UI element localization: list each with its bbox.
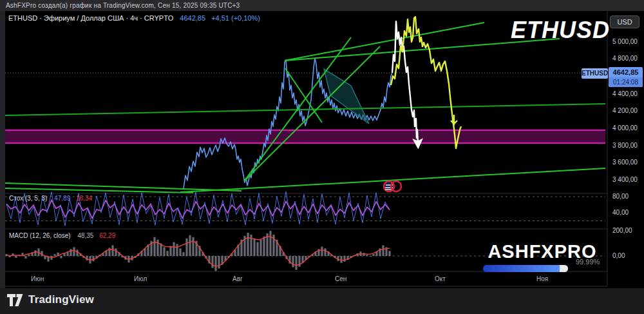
macd-bar [185,239,187,256]
green-trendline-4[interactable] [285,23,484,61]
macd-bar [153,237,155,256]
green-trendline-8[interactable] [285,68,322,123]
tradingview-logo-text: TradingView [28,293,94,306]
macd-value-1: 48,35 [77,232,93,239]
tradingview-logo[interactable]: TradingView [7,293,94,306]
price-tick: 3 400,00 [612,176,638,183]
month-label: Июн [31,275,44,282]
macd-bar [179,248,181,256]
supply-zone-band[interactable] [5,130,605,143]
month-label: Окт [435,275,446,282]
macd-signal-line [6,237,390,266]
macd-bar [73,247,75,256]
macd-bar [256,242,258,256]
price-tick: 4 400,00 [612,90,638,97]
stochastic-k-value: 47,89 [54,195,70,202]
macd-bar [366,255,368,256]
macd-bar [176,244,178,256]
white-projection-path[interactable] [392,21,418,144]
price-tick: 80,00 [612,193,629,200]
macd-bar [324,248,326,256]
month-label: Ноя [536,275,548,282]
macd-bar [76,250,78,256]
current-price-value: 4642,85 [609,67,643,77]
macd-bar [108,248,110,256]
macd-bar [382,245,384,256]
bar-countdown: 01:24:08 [609,77,643,87]
macd-bar [269,231,271,256]
yellow-projection-path[interactable] [391,17,461,148]
macd-bar [214,256,216,271]
macd-value-2: 62,29 [99,232,115,239]
macd-bar [263,237,265,256]
macd-bar [53,254,55,256]
ashfxpro-branding: ASHFXPRO 99.99% [478,241,607,272]
symbol-legend[interactable]: ETHUSD · Эфириум / Доллар США · 4ч · CRY… [8,14,260,22]
stochastic-legend[interactable]: Стох (3, 5, 3) 47,89 16,34 [9,195,92,202]
stochastic-title: Стох [9,195,23,202]
macd-bar [111,245,113,256]
macd-legend[interactable]: MACD (12, 26, close) 48,35 62,29 [9,232,115,239]
macd-params: (12, 26, close) [30,232,70,239]
macd-bar [189,235,191,256]
month-label: Сен [335,275,346,282]
macd-bar [343,256,345,262]
macd-bar [388,251,390,256]
currency-button[interactable]: USD [610,15,639,28]
branding-percent: 99.99% [576,258,600,266]
macd-bar [218,256,220,269]
stochastic-params: (3, 5, 3) [25,195,47,202]
price-tick: 5 000,00 [612,38,638,45]
price-tick: 3 800,00 [612,142,638,149]
macd-bar [253,239,255,256]
green-trendline-0[interactable] [5,104,605,115]
price-change: +4,51 (+0,10%) [211,14,260,22]
macd-bar [182,252,184,256]
left-edge-strip [0,11,5,288]
macd-bar [372,254,374,256]
price-tick: 0,00 [612,252,625,259]
price-tick: 4 200,00 [612,107,638,114]
macd-bar [247,233,249,256]
macd-bar [15,256,17,258]
macd-bar [70,249,71,256]
macd-bar [173,242,175,256]
price-tick: 4 000,00 [612,124,638,132]
last-price: 4642,85 [180,14,205,22]
price-tick: 3 600,00 [612,159,638,166]
share-title-bar: AshFXPro создал(а) график на TradingView… [0,0,644,11]
tradingview-screenshot: AshFXPro создал(а) график на TradingView… [0,0,644,314]
share-title-text: AshFXPro создал(а) график на TradingView… [6,2,240,9]
macd-bar [292,256,294,268]
price-tick: 40,00 [612,209,629,216]
macd-title: MACD [9,232,28,239]
footer-bar: TradingView [0,288,644,314]
macd-bar [163,247,165,256]
macd-bar [24,256,26,259]
macd-bar [192,237,194,256]
stoch-d-line [6,200,390,218]
branding-progress-tip [560,265,568,272]
price-tick: 200,00 [612,227,632,234]
price-label-symbol-chip: ETHUSD [582,68,608,79]
month-label: Июл [134,275,147,282]
price-tick: 4 800,00 [612,55,638,62]
macd-bar [211,256,213,268]
macd-bar [28,255,30,256]
month-label: Авг [232,275,243,282]
macd-bar [169,246,171,256]
macd-bar [340,256,342,263]
current-price-label: 4642,85 01:24:08 [609,67,643,87]
macd-bar [369,256,371,257]
macd-bar [156,240,158,256]
macd-bar [295,256,297,270]
stochastic-d-value: 16,34 [76,195,92,202]
tradingview-logo-icon [7,294,23,306]
macd-bar [166,251,168,256]
macd-bar [50,256,52,260]
macd-bar [260,240,261,256]
branding-progress-bar [483,265,568,272]
symbol-description: ETHUSD · Эфириум / Доллар США · 4ч · CRY… [8,14,173,22]
macd-bar [321,246,323,256]
macd-bar [34,250,36,256]
